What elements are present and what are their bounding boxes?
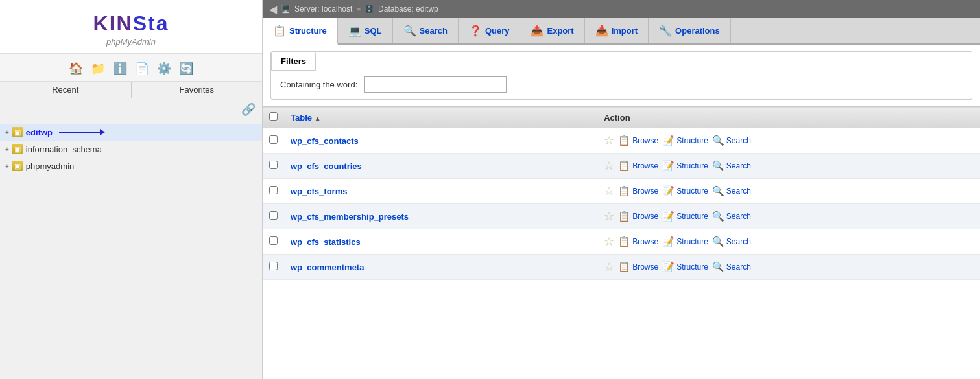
structure-button[interactable]: 📝 Structure	[662, 211, 708, 222]
table-name-link[interactable]: wp_commentmeta	[291, 262, 364, 272]
expand-icon-phpmyadmin[interactable]: +	[5, 163, 9, 170]
col-action-header: Action	[597, 107, 980, 128]
row-checkbox[interactable]	[269, 262, 278, 270]
browse-button[interactable]: 📋 Browse	[618, 160, 658, 172]
col-checkbox	[263, 107, 284, 128]
favorite-star-icon[interactable]: ☆	[604, 235, 614, 249]
tables-table: Table ▲ Action wp_cfs_contacts☆📋 Browse📝…	[263, 106, 980, 280]
folder-icon-info-schema: ▣	[12, 144, 23, 154]
tab-import[interactable]: 📥 Import	[585, 18, 649, 43]
folder-icon[interactable]: 📁	[90, 60, 106, 77]
row-checkbox-cell	[263, 255, 284, 280]
sidebar-link-area: 🔗	[0, 98, 262, 121]
row-checkbox[interactable]	[269, 211, 278, 220]
table-name-link[interactable]: wp_cfs_countries	[291, 161, 362, 171]
structure-button[interactable]: 📝 Structure	[662, 236, 708, 247]
row-checkbox-cell	[263, 128, 284, 154]
sql-tab-label: SQL	[365, 26, 382, 36]
db-arrow-editwp	[59, 132, 104, 133]
table-name-link[interactable]: wp_cfs_contacts	[291, 136, 359, 146]
browse-button[interactable]: 📋 Browse	[618, 135, 658, 146]
query-tab-label: Query	[485, 26, 510, 36]
search-button[interactable]: 🔍 Search	[712, 185, 751, 197]
recent-button[interactable]: Recent	[0, 82, 132, 98]
logo-sub: phpMyAdmin	[13, 37, 249, 47]
browse-button[interactable]: 📋 Browse	[618, 261, 658, 273]
search-button[interactable]: 🔍 Search	[712, 135, 751, 146]
row-checkbox[interactable]	[269, 161, 278, 169]
table-name-cell: wp_cfs_forms	[284, 179, 597, 204]
col-table-header[interactable]: Table ▲	[284, 107, 597, 128]
filter-input[interactable]	[364, 76, 507, 93]
table-name-cell: wp_cfs_countries	[284, 154, 597, 179]
browse-icon: 📋	[618, 211, 630, 222]
refresh-icon[interactable]: 🔄	[178, 60, 195, 77]
document-icon[interactable]: 📄	[134, 60, 150, 77]
settings-icon[interactable]: ⚙️	[156, 60, 173, 77]
home-icon[interactable]: 🏠	[67, 60, 84, 77]
link-icon[interactable]: 🔗	[241, 103, 256, 116]
tab-operations[interactable]: 🔧 Operations	[649, 18, 731, 43]
action-cell: ☆📋 Browse📝 Structure🔍 Search	[597, 179, 980, 204]
action-cell: ☆📋 Browse📝 Structure🔍 Search	[597, 154, 980, 179]
table-row: wp_cfs_countries☆📋 Browse📝 Structure🔍 Se…	[263, 154, 980, 179]
tab-sql[interactable]: 💻 SQL	[338, 18, 393, 43]
favorite-star-icon[interactable]: ☆	[604, 184, 614, 198]
expand-icon-editwp[interactable]: +	[5, 129, 9, 136]
tab-query[interactable]: ❓ Query	[459, 18, 521, 43]
search-action-icon: 🔍	[712, 135, 724, 146]
row-checkbox[interactable]	[269, 186, 278, 194]
folder-icon-phpmyadmin: ▣	[12, 161, 23, 171]
structure-button[interactable]: 📝 Structure	[662, 135, 708, 146]
table-row: wp_cfs_contacts☆📋 Browse📝 Structure🔍 Sea…	[263, 128, 980, 154]
back-button[interactable]: ◀	[269, 3, 277, 16]
table-name-cell: wp_commentmeta	[284, 255, 597, 280]
action-cell: ☆📋 Browse📝 Structure🔍 Search	[597, 229, 980, 255]
sidebar-item-phpmyadmin[interactable]: + ▣ phpmyadmin	[0, 157, 262, 174]
browse-button[interactable]: 📋 Browse	[618, 211, 658, 222]
favorite-star-icon[interactable]: ☆	[604, 209, 614, 224]
sidebar-item-editwp[interactable]: + ▣ editwp	[0, 124, 262, 141]
browse-button[interactable]: 📋 Browse	[618, 236, 658, 247]
structure-button[interactable]: 📝 Structure	[662, 261, 708, 273]
search-action-icon: 🔍	[712, 211, 724, 222]
search-button[interactable]: 🔍 Search	[712, 261, 751, 273]
table-name-link[interactable]: wp_cfs_statistics	[291, 237, 361, 247]
browse-button[interactable]: 📋 Browse	[618, 185, 658, 197]
table-name-cell: wp_cfs_statistics	[284, 229, 597, 255]
db-name-information-schema: information_schema	[26, 144, 102, 154]
table-row: wp_cfs_membership_presets☆📋 Browse📝 Stru…	[263, 204, 980, 229]
structure-action-icon: 📝	[662, 135, 675, 146]
sidebar-item-information-schema[interactable]: + ▣ information_schema	[0, 141, 262, 157]
table-header-row: Table ▲ Action	[263, 107, 980, 128]
structure-button[interactable]: 📝 Structure	[662, 185, 708, 197]
favorite-star-icon[interactable]: ☆	[604, 159, 614, 173]
table-name-link[interactable]: wp_cfs_forms	[291, 187, 347, 196]
table-name-link[interactable]: wp_cfs_membership_presets	[291, 212, 409, 222]
structure-tab-icon: 📋	[273, 25, 286, 37]
search-button[interactable]: 🔍 Search	[712, 236, 751, 247]
breadcrumb: ◀ 🖥️ Server: localhost » 🗄️ Database: ed…	[263, 0, 980, 18]
info-icon[interactable]: ℹ️	[112, 60, 128, 77]
logo-area: KINSta phpMyAdmin	[0, 0, 262, 54]
tab-search[interactable]: 🔍 Search	[393, 18, 459, 43]
expand-icon-info-schema[interactable]: +	[5, 146, 9, 153]
row-checkbox[interactable]	[269, 236, 278, 245]
query-tab-icon: ❓	[469, 25, 482, 37]
favorite-star-icon[interactable]: ☆	[604, 260, 614, 274]
search-button[interactable]: 🔍 Search	[712, 211, 751, 222]
tab-export[interactable]: 📤 Export	[520, 18, 584, 43]
tab-structure[interactable]: 📋 Structure	[263, 18, 338, 45]
search-button[interactable]: 🔍 Search	[712, 160, 751, 172]
search-tab-icon: 🔍	[403, 25, 416, 37]
structure-action-icon: 📝	[662, 261, 675, 273]
filter-label: Containing the word:	[280, 80, 357, 89]
structure-button[interactable]: 📝 Structure	[662, 160, 708, 172]
select-all-checkbox[interactable]	[269, 112, 278, 121]
favorite-star-icon[interactable]: ☆	[604, 133, 614, 148]
row-checkbox[interactable]	[269, 135, 278, 144]
breadcrumb-sep: »	[356, 5, 361, 14]
table-row: wp_commentmeta☆📋 Browse📝 Structure🔍 Sear…	[263, 255, 980, 280]
folder-icon-editwp: ▣	[12, 127, 23, 137]
favorites-button[interactable]: Favorites	[132, 82, 263, 98]
